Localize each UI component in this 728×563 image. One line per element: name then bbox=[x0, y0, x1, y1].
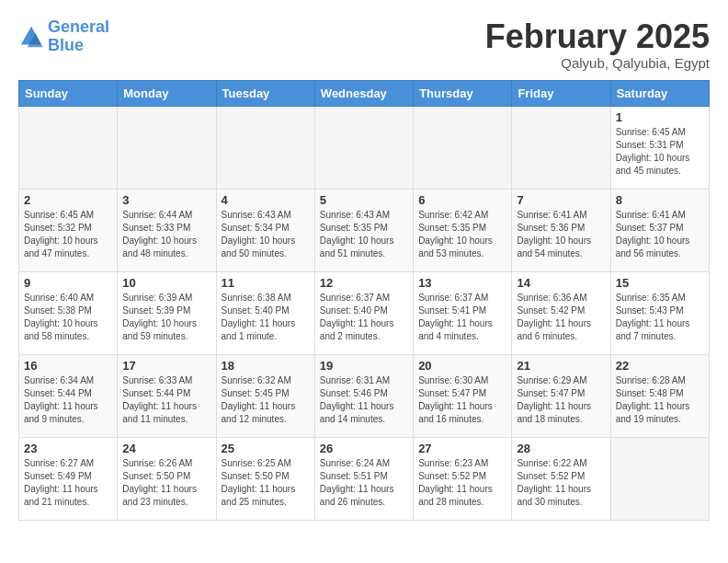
day-number: 6 bbox=[418, 193, 506, 207]
logo-text: General Blue bbox=[48, 18, 109, 55]
day-number: 13 bbox=[418, 276, 506, 290]
day-info: Sunrise: 6:37 AM Sunset: 5:41 PM Dayligh… bbox=[418, 292, 506, 343]
day-info: Sunrise: 6:44 AM Sunset: 5:33 PM Dayligh… bbox=[122, 209, 210, 260]
calendar-week-1: 1Sunrise: 6:45 AM Sunset: 5:31 PM Daylig… bbox=[19, 106, 710, 189]
calendar-cell: 25Sunrise: 6:25 AM Sunset: 5:50 PM Dayli… bbox=[216, 437, 314, 520]
calendar-cell: 10Sunrise: 6:39 AM Sunset: 5:39 PM Dayli… bbox=[118, 271, 216, 354]
logo-line1: General bbox=[48, 17, 109, 36]
day-info: Sunrise: 6:29 AM Sunset: 5:47 PM Dayligh… bbox=[517, 374, 605, 426]
calendar-cell bbox=[610, 437, 709, 520]
day-number: 16 bbox=[24, 359, 112, 373]
calendar-cell: 14Sunrise: 6:36 AM Sunset: 5:42 PM Dayli… bbox=[512, 271, 610, 354]
calendar-cell: 4Sunrise: 6:43 AM Sunset: 5:34 PM Daylig… bbox=[216, 189, 314, 271]
logo: General Blue bbox=[18, 18, 109, 55]
calendar-cell bbox=[216, 106, 314, 189]
calendar-table: SundayMondayTuesdayWednesdayThursdayFrid… bbox=[18, 80, 710, 521]
col-header-monday: Monday bbox=[118, 80, 216, 106]
day-info: Sunrise: 6:34 AM Sunset: 5:44 PM Dayligh… bbox=[24, 374, 112, 426]
day-number: 28 bbox=[517, 442, 605, 455]
day-info: Sunrise: 6:45 AM Sunset: 5:31 PM Dayligh… bbox=[616, 126, 704, 178]
calendar-cell: 27Sunrise: 6:23 AM Sunset: 5:52 PM Dayli… bbox=[414, 437, 512, 520]
day-info: Sunrise: 6:23 AM Sunset: 5:52 PM Dayligh… bbox=[418, 457, 506, 509]
day-info: Sunrise: 6:35 AM Sunset: 5:43 PM Dayligh… bbox=[616, 292, 704, 343]
day-info: Sunrise: 6:41 AM Sunset: 5:36 PM Dayligh… bbox=[517, 209, 605, 260]
day-number: 25 bbox=[222, 442, 310, 455]
logo-icon bbox=[18, 24, 44, 50]
logo-line2: Blue bbox=[48, 36, 84, 54]
calendar-cell: 7Sunrise: 6:41 AM Sunset: 5:36 PM Daylig… bbox=[512, 189, 610, 271]
calendar-cell: 19Sunrise: 6:31 AM Sunset: 5:46 PM Dayli… bbox=[314, 354, 413, 437]
calendar-cell: 9Sunrise: 6:40 AM Sunset: 5:38 PM Daylig… bbox=[19, 271, 118, 354]
calendar-cell: 12Sunrise: 6:37 AM Sunset: 5:40 PM Dayli… bbox=[314, 271, 413, 354]
calendar-cell: 2Sunrise: 6:45 AM Sunset: 5:32 PM Daylig… bbox=[19, 189, 118, 271]
calendar-cell: 3Sunrise: 6:44 AM Sunset: 5:33 PM Daylig… bbox=[118, 189, 216, 271]
calendar-cell: 8Sunrise: 6:41 AM Sunset: 5:37 PM Daylig… bbox=[610, 189, 709, 271]
calendar-cell: 11Sunrise: 6:38 AM Sunset: 5:40 PM Dayli… bbox=[216, 271, 314, 354]
day-number: 27 bbox=[418, 442, 506, 455]
day-info: Sunrise: 6:22 AM Sunset: 5:52 PM Dayligh… bbox=[517, 457, 605, 509]
col-header-tuesday: Tuesday bbox=[216, 80, 314, 106]
calendar-cell: 5Sunrise: 6:43 AM Sunset: 5:35 PM Daylig… bbox=[314, 189, 413, 271]
day-info: Sunrise: 6:45 AM Sunset: 5:32 PM Dayligh… bbox=[24, 209, 112, 260]
day-number: 17 bbox=[122, 359, 210, 373]
col-header-friday: Friday bbox=[512, 80, 610, 106]
calendar-cell: 22Sunrise: 6:28 AM Sunset: 5:48 PM Dayli… bbox=[610, 354, 709, 437]
day-number: 21 bbox=[517, 359, 605, 373]
day-number: 9 bbox=[24, 276, 112, 290]
day-number: 10 bbox=[122, 276, 210, 290]
day-info: Sunrise: 6:43 AM Sunset: 5:35 PM Dayligh… bbox=[320, 209, 408, 260]
calendar-header-row: SundayMondayTuesdayWednesdayThursdayFrid… bbox=[19, 80, 710, 106]
day-number: 7 bbox=[517, 193, 605, 207]
col-header-saturday: Saturday bbox=[610, 80, 709, 106]
calendar-cell bbox=[314, 106, 413, 189]
day-number: 8 bbox=[616, 193, 704, 207]
day-number: 14 bbox=[517, 276, 605, 290]
calendar-cell bbox=[414, 106, 512, 189]
calendar-cell: 15Sunrise: 6:35 AM Sunset: 5:43 PM Dayli… bbox=[610, 271, 709, 354]
day-info: Sunrise: 6:25 AM Sunset: 5:50 PM Dayligh… bbox=[222, 457, 310, 509]
day-number: 23 bbox=[24, 442, 112, 455]
day-info: Sunrise: 6:43 AM Sunset: 5:34 PM Dayligh… bbox=[222, 209, 310, 260]
day-number: 1 bbox=[616, 110, 704, 124]
day-info: Sunrise: 6:39 AM Sunset: 5:39 PM Dayligh… bbox=[122, 292, 210, 343]
page-header: General Blue February 2025 Qalyub, Qalyu… bbox=[18, 18, 710, 71]
day-number: 18 bbox=[222, 359, 310, 373]
month-title: February 2025 bbox=[485, 18, 710, 55]
day-info: Sunrise: 6:30 AM Sunset: 5:47 PM Dayligh… bbox=[418, 374, 506, 426]
calendar-week-4: 16Sunrise: 6:34 AM Sunset: 5:44 PM Dayli… bbox=[19, 354, 710, 437]
day-info: Sunrise: 6:40 AM Sunset: 5:38 PM Dayligh… bbox=[24, 292, 112, 343]
day-number: 5 bbox=[320, 193, 408, 207]
location: Qalyub, Qalyubia, Egypt bbox=[485, 55, 710, 71]
calendar-cell: 26Sunrise: 6:24 AM Sunset: 5:51 PM Dayli… bbox=[314, 437, 413, 520]
day-info: Sunrise: 6:41 AM Sunset: 5:37 PM Dayligh… bbox=[616, 209, 704, 260]
day-number: 11 bbox=[222, 276, 310, 290]
day-info: Sunrise: 6:24 AM Sunset: 5:51 PM Dayligh… bbox=[320, 457, 408, 509]
day-info: Sunrise: 6:31 AM Sunset: 5:46 PM Dayligh… bbox=[320, 374, 408, 426]
calendar-cell: 21Sunrise: 6:29 AM Sunset: 5:47 PM Dayli… bbox=[512, 354, 610, 437]
calendar-cell: 13Sunrise: 6:37 AM Sunset: 5:41 PM Dayli… bbox=[414, 271, 512, 354]
day-info: Sunrise: 6:27 AM Sunset: 5:49 PM Dayligh… bbox=[24, 457, 112, 509]
calendar-cell: 20Sunrise: 6:30 AM Sunset: 5:47 PM Dayli… bbox=[414, 354, 512, 437]
day-info: Sunrise: 6:33 AM Sunset: 5:44 PM Dayligh… bbox=[122, 374, 210, 426]
day-number: 4 bbox=[222, 193, 310, 207]
calendar-cell: 16Sunrise: 6:34 AM Sunset: 5:44 PM Dayli… bbox=[19, 354, 118, 437]
day-info: Sunrise: 6:36 AM Sunset: 5:42 PM Dayligh… bbox=[517, 292, 605, 343]
day-info: Sunrise: 6:37 AM Sunset: 5:40 PM Dayligh… bbox=[320, 292, 408, 343]
day-number: 20 bbox=[418, 359, 506, 373]
calendar-week-3: 9Sunrise: 6:40 AM Sunset: 5:38 PM Daylig… bbox=[19, 271, 710, 354]
day-number: 24 bbox=[122, 442, 210, 455]
day-info: Sunrise: 6:26 AM Sunset: 5:50 PM Dayligh… bbox=[122, 457, 210, 509]
col-header-thursday: Thursday bbox=[414, 80, 512, 106]
calendar-cell: 28Sunrise: 6:22 AM Sunset: 5:52 PM Dayli… bbox=[512, 437, 610, 520]
day-number: 2 bbox=[24, 193, 112, 207]
col-header-wednesday: Wednesday bbox=[314, 80, 413, 106]
calendar-week-2: 2Sunrise: 6:45 AM Sunset: 5:32 PM Daylig… bbox=[19, 189, 710, 271]
calendar-cell: 17Sunrise: 6:33 AM Sunset: 5:44 PM Dayli… bbox=[118, 354, 216, 437]
day-number: 12 bbox=[320, 276, 408, 290]
day-number: 3 bbox=[122, 193, 210, 207]
calendar-week-5: 23Sunrise: 6:27 AM Sunset: 5:49 PM Dayli… bbox=[19, 437, 710, 520]
day-number: 19 bbox=[320, 359, 408, 373]
day-number: 15 bbox=[616, 276, 704, 290]
day-number: 26 bbox=[320, 442, 408, 455]
day-info: Sunrise: 6:38 AM Sunset: 5:40 PM Dayligh… bbox=[222, 292, 310, 343]
